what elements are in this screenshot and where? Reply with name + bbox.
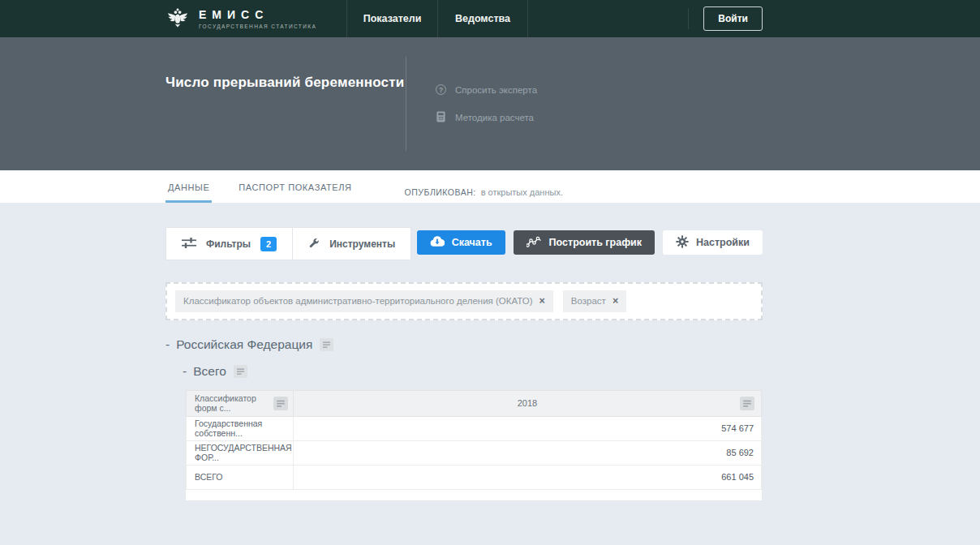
- published-value-link[interactable]: в открытых данных.: [481, 187, 563, 197]
- collapse-toggle[interactable]: -: [183, 364, 187, 379]
- tab-passport[interactable]: ПАСПОРТ ПОКАЗАТЕЛЯ: [236, 170, 354, 203]
- collapse-toggle[interactable]: -: [165, 337, 170, 352]
- tree-node-russia[interactable]: - Российская Федерация: [165, 337, 763, 352]
- tab-data[interactable]: ДАННЫЕ: [165, 170, 212, 203]
- column-filter-icon[interactable]: [273, 397, 288, 410]
- remove-filter-icon[interactable]: ×: [612, 296, 618, 307]
- coat-of-arms-icon: [165, 6, 190, 32]
- filter-chip-age[interactable]: Возраст ×: [563, 290, 626, 312]
- table-row: НЕГОСУДАРСТВЕННАЯ ФОР... 85 692: [187, 440, 762, 465]
- nav-divider: [688, 8, 689, 29]
- remove-filter-icon[interactable]: ×: [539, 296, 545, 307]
- main-menu: Показатели Ведомства: [346, 0, 528, 37]
- menu-item-indicators[interactable]: Показатели: [346, 0, 437, 37]
- table-row: ВСЕГО 661 045: [187, 465, 762, 489]
- cloud-download-icon: [430, 236, 445, 249]
- download-label: Скачать: [452, 237, 492, 248]
- data-table: Классификатор форм с...: [186, 390, 762, 490]
- published-label: ОПУБЛИКОВАН:: [405, 187, 476, 197]
- filter-chip-okato[interactable]: Классификатор объектов административно-т…: [175, 290, 553, 312]
- table-row: Государственная собственн... 574 677: [187, 416, 762, 440]
- row-label: ВСЕГО: [187, 465, 294, 489]
- build-chart-button[interactable]: Построить график: [514, 230, 655, 255]
- published-status: ОПУБЛИКОВАН: в открытых данных.: [405, 170, 563, 203]
- menu-item-agencies[interactable]: Ведомства: [437, 0, 528, 37]
- tree-node-label: Всего: [193, 364, 226, 379]
- filters-count-badge: 2: [260, 237, 277, 251]
- tab-bar: ДАННЫЕ ПАСПОРТ ПОКАЗАТЕЛЯ ОПУБЛИКОВАН: в…: [0, 170, 980, 203]
- row-value: 85 692: [294, 440, 762, 465]
- page-title: Число прерываний беременности: [165, 75, 406, 91]
- line-chart-icon: [527, 236, 542, 250]
- emiss-logo[interactable]: ЕМИСС ГОСУДАРСТВЕННАЯ СТАТИСТИКА: [165, 6, 316, 32]
- active-filters-box: Классификатор объектов административно-т…: [165, 282, 763, 320]
- filter-chip-label: Классификатор объектов административно-т…: [183, 296, 533, 306]
- tree-node-label: Российская Федерация: [176, 337, 312, 352]
- gear-icon: [676, 235, 689, 251]
- settings-button[interactable]: Настройки: [663, 230, 763, 255]
- logo-title: ЕМИСС: [199, 9, 316, 21]
- sliders-icon: [182, 237, 196, 251]
- settings-label: Настройки: [696, 237, 750, 248]
- filter-tools-group: Фильтры 2 Инструменты: [165, 227, 411, 260]
- filters-button[interactable]: Фильтры 2: [166, 228, 292, 260]
- calculator-icon: [436, 111, 446, 124]
- ask-expert-link[interactable]: Спросить эксперта: [436, 84, 537, 95]
- methodology-link[interactable]: Методика расчета: [436, 111, 537, 124]
- year-column-header: 2018: [518, 398, 537, 408]
- build-chart-label: Построить график: [549, 237, 642, 248]
- indicator-header: Число прерываний беременности Спросить э…: [0, 37, 980, 170]
- dimension-filter-icon[interactable]: [234, 365, 247, 378]
- row-value: 574 677: [294, 416, 762, 440]
- column-filter-icon[interactable]: [740, 397, 754, 410]
- row-label: Государственная собственн...: [187, 416, 294, 440]
- wrench-icon: [308, 237, 320, 251]
- filters-label: Фильтры: [206, 238, 251, 250]
- download-button[interactable]: Скачать: [417, 230, 505, 255]
- top-navbar: ЕМИСС ГОСУДАРСТВЕННАЯ СТАТИСТИКА Показат…: [0, 0, 980, 37]
- methodology-label: Методика расчета: [455, 113, 534, 122]
- filter-chip-label: Возраст: [571, 296, 606, 306]
- dimension-column-header: Классификатор форм с...: [195, 393, 273, 413]
- login-button[interactable]: Войти: [703, 6, 763, 31]
- row-label: НЕГОСУДАРСТВЕННАЯ ФОР...: [187, 440, 294, 465]
- logo-subtitle: ГОСУДАРСТВЕННАЯ СТАТИСТИКА: [199, 24, 316, 29]
- tree-node-total[interactable]: - Всего: [183, 364, 763, 379]
- ask-expert-label: Спросить эксперта: [455, 85, 537, 95]
- row-value: 661 045: [294, 465, 762, 489]
- main-content: Фильтры 2 Инструменты: [0, 227, 980, 501]
- question-circle-icon: [436, 84, 446, 95]
- table-header-row: Классификатор форм с...: [187, 390, 762, 416]
- tools-label: Инструменты: [329, 238, 395, 250]
- tools-button[interactable]: Инструменты: [292, 228, 410, 260]
- data-table-container: Классификатор форм с...: [185, 389, 763, 501]
- dimension-filter-icon[interactable]: [320, 338, 333, 351]
